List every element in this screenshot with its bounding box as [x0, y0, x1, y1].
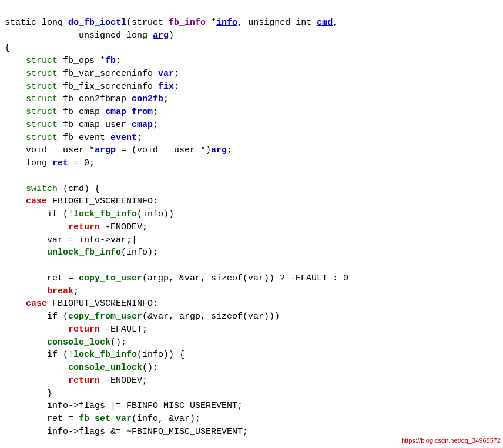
- line-27: if (!lock_fb_info(info)) {: [5, 350, 185, 360]
- line-28: console_unlock();: [5, 363, 158, 373]
- line-25: return -EFAULT;: [5, 325, 147, 335]
- line-32: ret = fb_set_var(info, &var);: [5, 414, 200, 424]
- line-15: case FBIOGET_VSCREENINFO:: [5, 196, 158, 206]
- line-33: info->flags &= ~FBINFO_MISC_USEREVENT;: [5, 427, 248, 437]
- line-21: ret = copy_to_user(argp, &var, sizeof(va…: [5, 273, 348, 283]
- line-22: break;: [5, 286, 79, 296]
- line-6: struct fb_fix_screeninfo fix;: [5, 82, 179, 92]
- line-23: case FBIOPUT_VSCREENINFO:: [5, 299, 158, 309]
- code-display: static long do_fb_ioctl(struct fb_info *…: [5, 4, 498, 439]
- line-4: struct fb_ops *fb;: [5, 56, 121, 66]
- line-10: struct fb_event event;: [5, 133, 142, 143]
- line-30: }: [5, 389, 52, 399]
- line-9: struct fb_cmap_user cmap;: [5, 120, 158, 130]
- line-17: return -ENODEV;: [5, 222, 147, 232]
- watermark-link[interactable]: https://blog.csdn.net/qq_34968572: [401, 436, 501, 446]
- line-14: switch (cmd) {: [5, 184, 100, 194]
- line-8: struct fb_cmap cmap_from;: [5, 107, 158, 117]
- line-11: void __user *argp = (void __user *)arg;: [5, 145, 232, 155]
- line-1: static long do_fb_ioctl(struct fb_info *…: [5, 18, 338, 28]
- line-2: unsigned long arg): [5, 31, 174, 41]
- line-19: unlock_fb_info(info);: [5, 248, 158, 258]
- line-5: struct fb_var_screeninfo var;: [5, 69, 179, 79]
- line-3: {: [5, 43, 10, 53]
- line-16: if (!lock_fb_info(info)): [5, 209, 174, 219]
- line-18: var = info->var;|: [5, 235, 137, 245]
- line-29: return -ENODEV;: [5, 376, 147, 386]
- line-12: long ret = 0;: [5, 158, 95, 168]
- line-31: info->flags |= FBINFO_MISC_USEREVENT;: [5, 401, 243, 411]
- line-26: console_lock();: [5, 337, 126, 347]
- line-7: struct fb_con2fbmap con2fb;: [5, 94, 169, 104]
- line-24: if (copy_from_user(&var, argp, sizeof(va…: [5, 312, 280, 322]
